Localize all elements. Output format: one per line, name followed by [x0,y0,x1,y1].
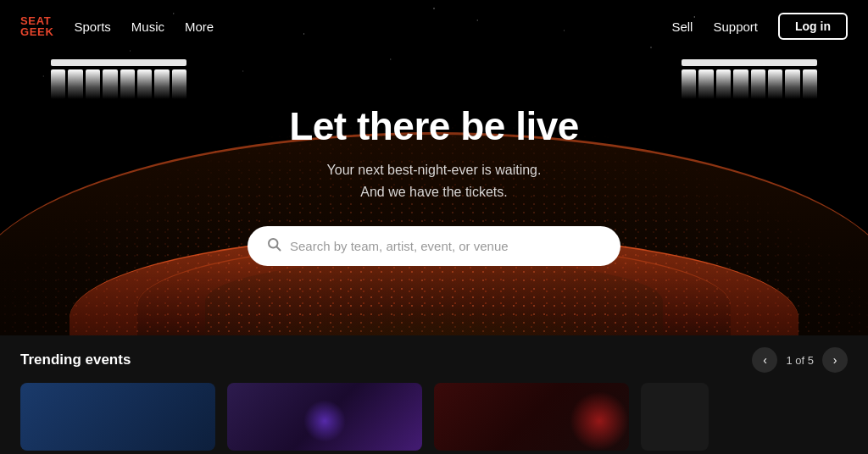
hero-section: Let there be live Your next best-night-e… [0,0,868,386]
nav-sports[interactable]: Sports [74,19,110,34]
hero-subtitle-line2: And we have the tickets. [360,185,507,199]
pagination-next-button[interactable]: › [822,347,848,373]
nav-sell[interactable]: Sell [671,19,693,34]
floodlight-right [682,59,817,97]
event-card-2[interactable] [227,383,422,451]
pagination-prev-button[interactable]: ‹ [752,347,777,373]
pagination: ‹ 1 of 5 › [752,347,848,373]
logo-text-line2: GEEK [20,26,53,37]
hero-subtitle: Your next best-night-ever is waiting. An… [248,159,620,202]
search-bar[interactable] [248,226,620,266]
svg-line-1 [277,247,281,251]
login-button[interactable]: Log in [778,13,848,40]
hero-subtitle-line1: Your next best-night-ever is waiting. [327,163,542,177]
event-card-4[interactable] [641,383,709,451]
logo[interactable]: SEAT GEEK [20,15,53,37]
event-card-3[interactable] [434,383,629,451]
hero-content: Let there be live Your next best-night-e… [248,103,620,266]
pagination-text: 1 of 5 [786,354,814,367]
right-light-bar [682,69,817,99]
nav-right: Sell Support Log in [671,13,848,40]
event-card-1[interactable] [20,383,215,451]
trending-section: Trending events ‹ 1 of 5 › [0,335,868,454]
navbar: SEAT GEEK Sports Music More Sell Support… [0,0,868,53]
nav-support[interactable]: Support [713,19,758,34]
hero-title: Let there be live [248,103,620,149]
trending-title: Trending events [20,352,131,368]
nav-links: Sports Music More [74,19,671,34]
search-input[interactable] [290,239,602,253]
event-cards [20,383,848,451]
nav-music[interactable]: Music [131,19,164,34]
trending-header: Trending events ‹ 1 of 5 › [20,347,848,373]
floodlight-left [51,59,186,97]
nav-more[interactable]: More [185,19,214,34]
svg-point-0 [269,239,278,248]
left-light-bar [51,69,186,99]
search-icon [266,236,281,256]
